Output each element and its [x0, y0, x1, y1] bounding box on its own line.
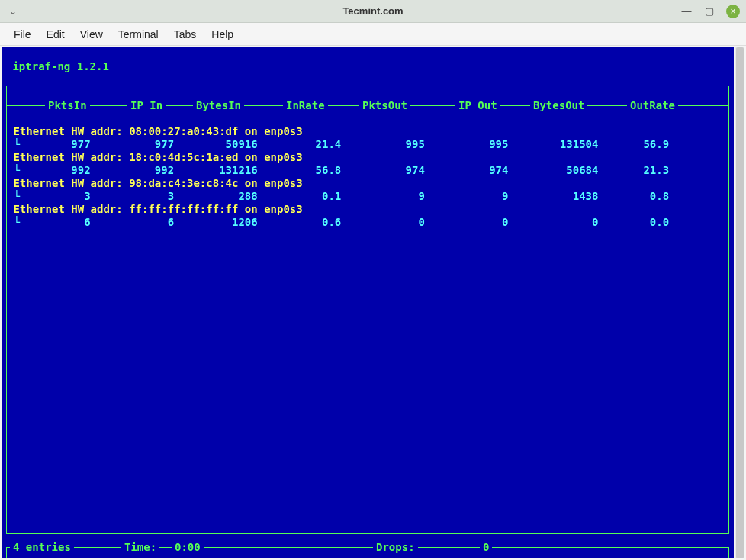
- minimize-icon[interactable]: —: [680, 5, 693, 18]
- menu-help[interactable]: Help: [205, 26, 240, 43]
- entry-header: Ethernet HW addr: 98:da:c4:3e:c8:4c on e…: [7, 177, 728, 190]
- col-outrate: OutRate: [627, 99, 678, 112]
- col-bytesout: BytesOut: [530, 99, 587, 112]
- scrollbar-thumb[interactable]: [736, 47, 744, 558]
- window-menu-icon[interactable]: ⌄: [6, 5, 20, 18]
- window-titlebar: ⌄ Tecmint.com — ▢ ×: [0, 0, 746, 23]
- status-drops-label: Drops:: [373, 541, 418, 554]
- window-controls: — ▢ ×: [680, 5, 740, 18]
- menu-view[interactable]: View: [74, 26, 109, 43]
- col-bytesin: BytesIn: [193, 99, 244, 112]
- menu-tabs[interactable]: Tabs: [168, 26, 203, 43]
- entry-header: Ethernet HW addr: 08:00:27:a0:43:df on e…: [7, 125, 728, 138]
- menu-terminal[interactable]: Terminal: [112, 26, 165, 43]
- app-title: iptraf-ng 1.2.1: [2, 60, 734, 73]
- menubar: File Edit View Terminal Tabs Help: [0, 23, 746, 46]
- status-time-label: Time:: [121, 541, 159, 554]
- col-ipout: IP Out: [455, 99, 500, 112]
- entry-stats: └ 977 977 50916 21.4 995 995 131504 56.9: [7, 138, 728, 151]
- scrollbar[interactable]: [735, 47, 744, 558]
- column-headers: PktsInIP InBytesInInRatePktsOutIP OutByt…: [7, 99, 728, 112]
- menu-file[interactable]: File: [8, 26, 37, 43]
- col-pktsin: PktsIn: [45, 99, 90, 112]
- terminal[interactable]: iptraf-ng 1.2.1 PktsInIP InBytesInInRate…: [2, 47, 734, 558]
- entry-stats: └ 3 3 288 0.1 9 9 1438 0.8: [7, 190, 728, 203]
- col-inrate: InRate: [283, 99, 328, 112]
- status-drops: 0: [480, 541, 492, 554]
- status-entries: 4 entries: [10, 541, 74, 554]
- stats-rows: Ethernet HW addr: 08:00:27:a0:43:df on e…: [7, 125, 728, 229]
- close-icon[interactable]: ×: [726, 5, 740, 18]
- entry-stats: └ 6 6 1206 0.6 0 0 0 0.0: [7, 216, 728, 229]
- status-bar: 4 entries Time: 0:00 Drops: 0: [6, 547, 729, 558]
- status-time: 0:00: [172, 541, 204, 554]
- menu-edit[interactable]: Edit: [40, 26, 71, 43]
- maximize-icon[interactable]: ▢: [703, 5, 715, 18]
- stats-frame: PktsInIP InBytesInInRatePktsOutIP OutByt…: [6, 86, 729, 534]
- col-pktsout: PktsOut: [359, 99, 410, 112]
- terminal-container: iptraf-ng 1.2.1 PktsInIP InBytesInInRate…: [0, 46, 746, 560]
- entry-header: Ethernet HW addr: 18:c0:4d:5c:1a:ed on e…: [7, 151, 728, 164]
- col-ipin: IP In: [127, 99, 166, 112]
- window-title: Tecmint.com: [0, 5, 746, 17]
- entry-header: Ethernet HW addr: ff:ff:ff:ff:ff:ff on e…: [7, 203, 728, 216]
- entry-stats: └ 992 992 131216 56.8 974 974 50684 21.3: [7, 164, 728, 177]
